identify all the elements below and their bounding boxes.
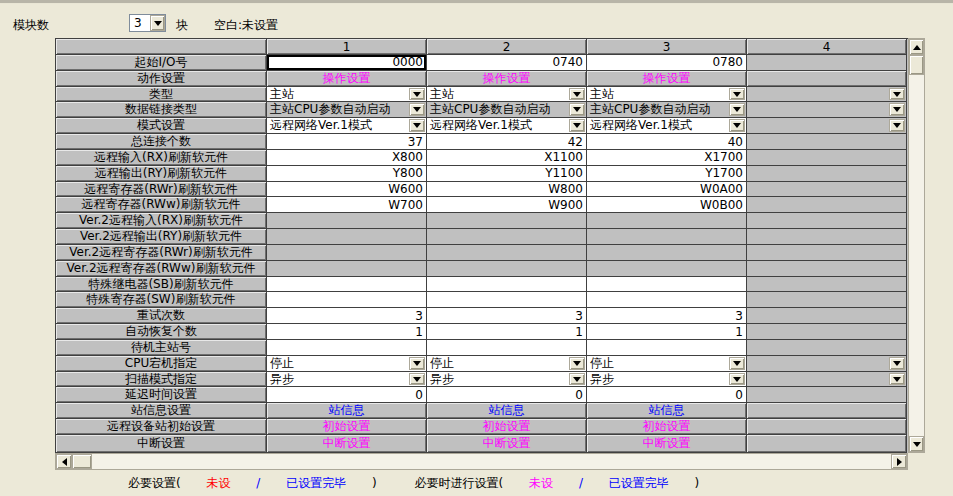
grid-cell-input[interactable]: Y800: [267, 166, 427, 182]
chevron-down-icon[interactable]: [569, 103, 585, 116]
chevron-down-icon[interactable]: [889, 357, 905, 370]
grid-cell-input[interactable]: X1700: [587, 150, 747, 166]
grid-cell-input[interactable]: 0: [267, 387, 427, 403]
grid-cell-disabled: [747, 71, 907, 87]
grid-cell-input[interactable]: 42: [427, 134, 587, 150]
horizontal-scrollbar-thumb[interactable]: [72, 454, 92, 469]
grid-cell-dropdown[interactable]: 异步: [427, 372, 587, 388]
grid-cell-input[interactable]: [427, 340, 587, 356]
scroll-down-icon[interactable]: [909, 436, 924, 452]
grid-cell-input[interactable]: W700: [267, 197, 427, 213]
grid-cell-input[interactable]: 0780: [587, 55, 747, 71]
grid-cell-dropdown[interactable]: 主站: [267, 87, 427, 103]
grid-cell-dropdown[interactable]: 停止: [427, 356, 587, 372]
grid-cell-dropdown[interactable]: 异步: [267, 372, 427, 388]
chevron-down-icon[interactable]: [409, 88, 425, 101]
chevron-down-icon[interactable]: [409, 373, 425, 386]
chevron-down-icon[interactable]: [729, 103, 745, 116]
grid-cell-input[interactable]: Y1700: [587, 166, 747, 182]
grid-cell-link[interactable]: 站信息: [267, 403, 427, 419]
grid-cell-link[interactable]: 中断设置: [267, 435, 427, 453]
chevron-down-icon[interactable]: [569, 373, 585, 386]
chevron-down-icon[interactable]: [729, 88, 745, 101]
grid-cell-input[interactable]: [427, 277, 587, 293]
chevron-down-icon[interactable]: [729, 119, 745, 132]
grid-cell-dropdown[interactable]: 异步: [587, 372, 747, 388]
scroll-up-icon[interactable]: [909, 39, 924, 55]
chevron-down-icon[interactable]: [569, 357, 585, 370]
grid-cell-input[interactable]: 3: [427, 308, 587, 324]
module-count-dropdown[interactable]: 3: [129, 14, 166, 32]
chevron-down-icon[interactable]: [569, 119, 585, 132]
chevron-down-icon[interactable]: [150, 15, 165, 31]
grid-cell-input[interactable]: W800: [427, 182, 587, 198]
chevron-down-icon[interactable]: [409, 103, 425, 116]
chevron-down-icon[interactable]: [729, 373, 745, 386]
grid-cell-dropdown[interactable]: 主站CPU参数自动启动: [427, 102, 587, 118]
chevron-down-icon[interactable]: [409, 119, 425, 132]
grid-cell-dropdown[interactable]: 主站: [587, 87, 747, 103]
grid-cell-input[interactable]: [587, 277, 747, 293]
grid-cell-input[interactable]: 0: [587, 387, 747, 403]
grid-cell-dropdown[interactable]: 停止: [587, 356, 747, 372]
grid-cell-dropdown[interactable]: 主站CPU参数自动启动: [587, 102, 747, 118]
chevron-down-icon[interactable]: [889, 103, 905, 116]
grid-cell-link[interactable]: 中断设置: [587, 435, 747, 453]
chevron-down-icon[interactable]: [729, 357, 745, 370]
grid-cell-input[interactable]: W900: [427, 197, 587, 213]
grid-cell-dropdown[interactable]: 主站CPU参数自动启动: [267, 102, 427, 118]
grid-cell-input[interactable]: 0740: [427, 55, 587, 71]
chevron-down-icon[interactable]: [889, 88, 905, 101]
grid-cell-dropdown[interactable]: 远程网络Ver.1模式: [427, 118, 587, 134]
grid-cell-input[interactable]: [267, 340, 427, 356]
grid-cell-input[interactable]: 3: [267, 308, 427, 324]
settings-legend: 必要设置( 未设 / 已设置完毕 ) 必要时进行设置( 未设 / 已设置完毕 ): [128, 475, 703, 492]
grid-cell-disabled: [747, 166, 907, 182]
grid-cell-dropdown[interactable]: 远程网络Ver.1模式: [267, 118, 427, 134]
grid-cell-input[interactable]: [587, 340, 747, 356]
grid-cell-input[interactable]: 0000: [267, 55, 427, 71]
grid-cell-input[interactable]: W600: [267, 182, 427, 198]
grid-cell-link[interactable]: 操作设置: [427, 71, 587, 87]
grid-cell-input[interactable]: Y1100: [427, 166, 587, 182]
grid-cell-input[interactable]: X1100: [427, 150, 587, 166]
grid-cell-dropdown[interactable]: 主站: [427, 87, 587, 103]
grid-cell-link[interactable]: 站信息: [427, 403, 587, 419]
module-count-label: 模块数: [13, 17, 49, 34]
grid-cell-input[interactable]: W0A00: [587, 182, 747, 198]
grid-cell-input[interactable]: 1: [587, 324, 747, 340]
grid-cell-link[interactable]: 操作设置: [267, 71, 427, 87]
row-label-cell: 远程寄存器(RWr)刷新软元件: [56, 182, 267, 198]
scroll-left-icon[interactable]: [56, 454, 72, 469]
grid-cell-input[interactable]: 1: [267, 324, 427, 340]
grid-cell-dropdown[interactable]: 远程网络Ver.1模式: [587, 118, 747, 134]
grid-cell-link[interactable]: 操作设置: [587, 71, 747, 87]
grid-cell-input[interactable]: W0B00: [587, 197, 747, 213]
grid-cell-input[interactable]: 40: [587, 134, 747, 150]
chevron-down-icon[interactable]: [889, 373, 905, 386]
grid-cell-input[interactable]: 37: [267, 134, 427, 150]
grid-cell-link[interactable]: 中断设置: [427, 435, 587, 453]
grid-cell-link[interactable]: 初始设置: [427, 419, 587, 435]
chevron-down-icon[interactable]: [889, 119, 905, 132]
grid-cell-link[interactable]: 初始设置: [587, 419, 747, 435]
dropdown-value: 停止: [590, 356, 614, 372]
chevron-down-icon[interactable]: [569, 88, 585, 101]
grid-cell-disabled: [587, 213, 747, 229]
grid-cell-input[interactable]: [427, 292, 587, 308]
grid-cell-input[interactable]: [587, 292, 747, 308]
grid-cell-link[interactable]: 站信息: [587, 403, 747, 419]
grid-cell-input[interactable]: X800: [267, 150, 427, 166]
vertical-scrollbar[interactable]: [908, 38, 925, 453]
grid-cell-input[interactable]: 0: [427, 387, 587, 403]
vertical-scrollbar-thumb[interactable]: [909, 55, 924, 75]
grid-cell-input[interactable]: [267, 277, 427, 293]
horizontal-scrollbar[interactable]: [55, 453, 908, 470]
grid-cell-input[interactable]: 3: [587, 308, 747, 324]
grid-cell-input[interactable]: 1: [427, 324, 587, 340]
grid-cell-dropdown[interactable]: 停止: [267, 356, 427, 372]
grid-cell-input[interactable]: [267, 292, 427, 308]
chevron-down-icon[interactable]: [409, 357, 425, 370]
grid-cell-link[interactable]: 初始设置: [267, 419, 427, 435]
scroll-right-icon[interactable]: [891, 454, 907, 469]
